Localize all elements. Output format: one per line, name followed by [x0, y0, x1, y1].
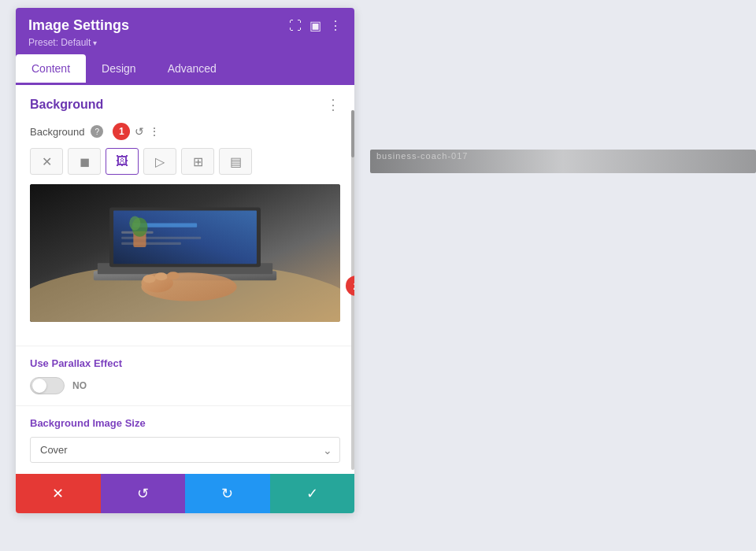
svg-point-14 — [167, 272, 180, 279]
pattern-icon: ⊞ — [193, 154, 203, 169]
section-title: Background — [30, 98, 103, 112]
bg-type-pattern[interactable]: ⊞ — [181, 148, 214, 175]
split-icon[interactable]: ▣ — [309, 18, 321, 33]
main-canvas: business-coach-017 — [354, 0, 756, 551]
bg-type-none[interactable]: ✕ — [30, 148, 63, 175]
panel-header: Image Settings ⛶ ▣ ⋮ Preset: Default ▾ — [16, 8, 354, 54]
more-icon[interactable]: ⋮ — [329, 18, 342, 33]
section-menu-icon[interactable]: ⋮ — [326, 96, 340, 113]
svg-point-13 — [155, 272, 168, 280]
image-preview[interactable] — [30, 184, 340, 322]
bg-label-text: Background — [30, 126, 84, 138]
video-icon: ▷ — [155, 154, 165, 169]
bg-type-gradient[interactable]: ▤ — [219, 148, 252, 175]
bg-label-row: Background ? 1 ↺ ⋮ — [30, 123, 340, 140]
canvas-image-label: business-coach-017 — [376, 151, 468, 161]
panel-header-icons: ⛶ ▣ ⋮ — [289, 18, 342, 33]
svg-point-17 — [129, 216, 140, 231]
laptop-scene — [30, 184, 340, 322]
bg-type-video[interactable]: ▷ — [143, 148, 176, 175]
tab-content[interactable]: Content — [16, 54, 86, 85]
redo-button[interactable]: ↻ — [185, 474, 270, 513]
image-settings-panel: Image Settings ⛶ ▣ ⋮ Preset: Default ▾ C… — [16, 8, 354, 513]
toggle-knob — [32, 379, 46, 393]
image-size-section: Background Image Size Cover Contain Auto… — [16, 406, 354, 474]
gradient-icon: ▤ — [230, 154, 242, 169]
tab-advanced[interactable]: Advanced — [152, 54, 232, 85]
svg-rect-9 — [121, 242, 181, 245]
panel-title: Image Settings — [28, 17, 129, 34]
bg-controls: 1 ↺ ⋮ — [113, 123, 160, 140]
panel-tabs: Content Design Advanced — [16, 54, 354, 85]
tab-design[interactable]: Design — [86, 54, 152, 85]
more-options-icon[interactable]: ⋮ — [149, 125, 160, 138]
toggle-state-label: NO — [72, 380, 87, 391]
color-icon: ◼ — [80, 154, 90, 169]
help-icon[interactable]: ? — [91, 125, 103, 138]
cancel-button[interactable]: ✕ — [16, 474, 101, 513]
section-header: Background ⋮ — [30, 96, 340, 113]
save-button[interactable]: ✓ — [270, 474, 355, 513]
preset-arrow: ▾ — [93, 39, 97, 47]
toggle-row: NO — [30, 377, 340, 394]
image-size-select[interactable]: Cover Contain Auto Custom — [30, 437, 340, 463]
svg-point-12 — [143, 275, 155, 283]
panel-toolbar: ✕ ↺ ↻ ✓ — [16, 474, 354, 513]
none-icon: ✕ — [42, 154, 52, 169]
parallax-section: Use Parallax Effect NO — [16, 346, 354, 406]
preset-label: Preset: Default — [28, 37, 91, 48]
reset-button[interactable]: ↺ — [101, 474, 186, 513]
preset-selector[interactable]: Preset: Default ▾ — [28, 37, 342, 48]
expand-icon[interactable]: ⛶ — [289, 19, 302, 33]
parallax-toggle[interactable] — [30, 377, 65, 394]
bg-type-row: ✕ ◼ 🖼 ▷ ⊞ ▤ — [30, 148, 340, 175]
image-size-label: Background Image Size — [30, 417, 340, 429]
background-section: Background ⋮ Background ? 1 ↺ ⋮ ✕ ◼ — [16, 85, 354, 346]
scroll-thumb[interactable] — [351, 110, 354, 157]
parallax-label: Use Parallax Effect — [30, 357, 340, 369]
image-icon: 🖼 — [116, 154, 128, 168]
badge-1[interactable]: 1 — [113, 123, 130, 140]
bg-type-image[interactable]: 🖼 — [106, 148, 139, 175]
panel-header-top: Image Settings ⛶ ▣ ⋮ — [28, 17, 342, 34]
bg-type-color[interactable]: ◼ — [68, 148, 101, 175]
reset-icon[interactable]: ↺ — [135, 125, 144, 138]
select-wrapper: Cover Contain Auto Custom ⌄ — [30, 437, 340, 463]
panel-body: Background ⋮ Background ? 1 ↺ ⋮ ✕ ◼ — [16, 85, 354, 474]
badge-2[interactable]: 2 — [346, 276, 354, 296]
